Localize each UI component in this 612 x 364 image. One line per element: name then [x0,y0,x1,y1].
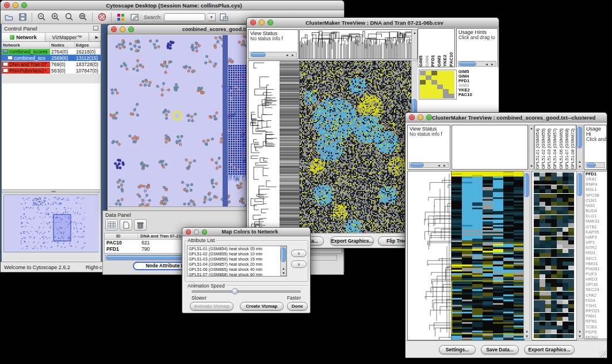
attribute-item[interactable]: GPL51-02 (GSM855) heat shock 10 min [189,251,286,256]
zoom-button[interactable] [128,26,134,32]
zoom-matrix-canvas[interactable] [419,70,457,99]
attribute-item[interactable]: GPL51-06 (GSM865) heat shock 40 min [189,267,286,272]
scroll-up-icon[interactable] [529,127,534,130]
zoom-button[interactable] [202,229,207,235]
new-attribute-icon[interactable] [120,219,132,231]
row-dendrogram-canvas[interactable] [248,60,280,235]
scroll-down-icon[interactable] [281,271,286,275]
vizmapper-icon[interactable] [115,12,127,22]
select-attributes-icon[interactable] [105,219,118,231]
speed-slider-thumb[interactable] [232,288,238,294]
zoom-fit-icon[interactable] [77,12,89,22]
help-lifering-icon[interactable] [96,12,108,22]
row-strip-canvas[interactable] [280,60,300,235]
open-file-icon[interactable] [3,12,14,22]
scroll-up-icon[interactable] [524,329,530,333]
birdseye-view[interactable] [3,194,98,252]
close-button[interactable] [111,26,117,32]
hscroll-thumb[interactable] [459,62,476,66]
scroll-down-icon[interactable] [529,164,534,168]
heatmap-vscrollbar[interactable] [523,171,530,339]
vscroll-thumb[interactable] [577,127,582,148]
dialog-titlebar[interactable]: Map Colors to Network [182,228,310,236]
gene-label-list[interactable]: PFD1YRA1RNR4MSL1SPC98CLN1NIS1BUD4ELG1MAK… [584,171,607,339]
scroll-left-icon[interactable] [436,164,442,167]
labels-vscrollbar[interactable] [576,125,583,170]
minimize-button[interactable] [13,2,18,8]
scroll-right-icon[interactable] [489,63,495,66]
tab-network[interactable]: Network [2,33,45,41]
panel-split-handle[interactable] [2,190,100,193]
scroll-down-icon[interactable] [524,335,530,338]
table-row[interactable]: combined_scores 2764(0) 16218(0) [2,48,101,55]
save-data-button[interactable]: Save Data... [481,345,519,354]
table-row[interactable]: combined_sco 2569(6) 13112(15) [2,55,101,61]
heatmap-canvas[interactable] [451,171,525,340]
hscroll-thumb[interactable] [410,163,424,167]
zoom-in-icon[interactable] [49,12,61,22]
zoom-heatmap-canvas[interactable] [531,171,577,340]
minimize-button[interactable] [259,20,265,25]
annotation-icon[interactable] [129,12,140,22]
move-down-button[interactable]: ∨ [291,260,307,268]
close-button[interactable] [186,229,191,235]
import-table-icon[interactable] [218,12,230,22]
attribute-list-vscrollbar[interactable] [280,246,286,276]
float-panel-icon[interactable] [93,26,98,30]
scroll-up-icon[interactable] [281,267,286,270]
settings-button[interactable]: Settings... [439,345,476,354]
vscroll-thumb[interactable] [281,247,286,262]
export-graphics-button[interactable]: Export Graphics... [524,345,575,354]
close-button[interactable] [250,20,256,25]
vscroll-thumb[interactable] [524,173,529,197]
column-dendrogram-canvas[interactable] [299,29,412,59]
attribute-item[interactable]: GPL51-03 (GSM856) heat shock 15 min [189,256,286,262]
tab-overflow-arrow[interactable] [89,33,101,41]
save-icon[interactable] [17,12,28,22]
hscroll-thumb[interactable] [587,163,596,167]
done-button[interactable]: Done [287,302,308,311]
close-button[interactable] [4,2,10,8]
search-dropdown-arrow[interactable]: ▼ [208,13,216,21]
zoom-button[interactable] [426,114,432,120]
status-hscrollbar[interactable] [409,162,449,168]
scroll-right-icon[interactable] [290,53,296,57]
hints-hscrollbar[interactable] [586,162,605,168]
zoom-button[interactable] [267,20,273,25]
zoom-out-icon[interactable] [36,12,47,22]
matrix-row-labels[interactable]: GIM5GIM4PFD1GIM3YKE2PAC10 [458,70,496,99]
column-labels-panel[interactable]: GIM5GIM4PFD1GIM3YKE2PAC10 [418,28,455,67]
tab-vizmapper[interactable]: VizMapper™ [45,33,89,41]
minimize-button[interactable] [120,26,125,32]
hints-hscrollbar[interactable] [458,61,496,67]
attribute-item[interactable]: GPL51-01 (GSM854) heat shock 05 min [189,246,286,251]
minimize-button[interactable] [194,229,199,235]
hscroll-thumb[interactable] [251,52,266,57]
minimize-button[interactable] [418,114,423,120]
attribute-item[interactable]: GPL51-04 (GSM857) heat shock 20 min [189,262,286,267]
birdseye-canvas[interactable] [4,195,99,252]
resize-grip[interactable] [599,350,606,357]
column-dendrogram-panel[interactable] [452,125,528,170]
status-hscrollbar[interactable] [250,52,297,58]
row-dendrogram-canvas[interactable] [407,171,452,340]
search-input[interactable] [164,13,205,21]
scroll-left-icon[interactable] [484,63,489,66]
network-table-header[interactable]: Network Nodes Edges [2,42,101,48]
heatmap-canvas[interactable] [299,60,412,235]
attribute-list[interactable]: GPL51-01 (GSM854) heat shock 05 minGPL51… [187,246,287,277]
export-graphics-button[interactable]: Export Graphics... [330,236,374,246]
treeview-dna-titlebar[interactable]: ClusterMaker TreeView : DNA and Tran 07-… [247,18,499,28]
scroll-up-icon[interactable] [412,31,418,35]
attribute-item[interactable]: GPL51-07 (GSM868) heat shock 60 min [189,272,286,277]
main-titlebar[interactable]: Cytoscape Desktop (Session Name: collins… [1,1,344,10]
zoom-selected-icon[interactable] [63,12,75,22]
scroll-up-icon[interactable] [577,160,583,163]
scroll-left-icon[interactable] [284,53,290,57]
create-vizmap-button[interactable]: Create Vizmap [240,302,284,311]
move-up-button[interactable]: ∧ [291,250,307,257]
table-row[interactable]: DNA and Tran 07 769(0) 183728(0) [2,61,101,67]
column-labels-panel[interactable]: GPL51-01 (GSM854)GPL51-02 (GSM855)GPL51-… [534,125,576,170]
scroll-right-icon[interactable] [442,164,447,167]
delete-attribute-icon[interactable] [134,219,147,231]
